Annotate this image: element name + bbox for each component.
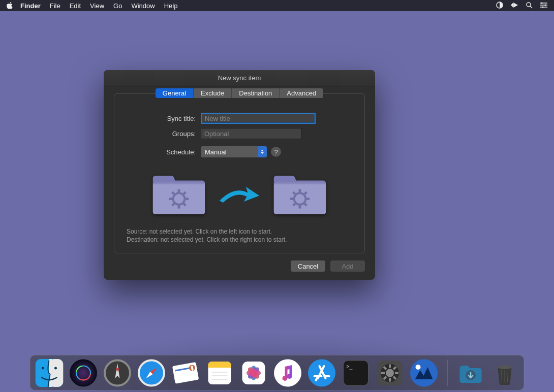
dock-terminal-icon[interactable]: >_	[342, 359, 370, 387]
svg-line-29	[293, 204, 295, 206]
tab-exclude[interactable]: Exclude	[194, 88, 232, 98]
menu-go[interactable]: Go	[113, 2, 122, 10]
svg-rect-77	[381, 372, 385, 374]
tab-general[interactable]: General	[156, 88, 194, 98]
svg-rect-76	[389, 378, 391, 381]
sync-title-label: Sync title:	[127, 115, 201, 122]
svg-rect-45	[172, 362, 199, 384]
add-button[interactable]: Add	[330, 260, 365, 272]
dock-trash-icon[interactable]	[491, 359, 519, 387]
dock: >_	[30, 355, 525, 390]
svg-text:>_: >_	[347, 364, 353, 370]
svg-point-42	[116, 368, 119, 371]
svg-point-83	[410, 359, 438, 386]
dock-notes-icon[interactable]	[206, 359, 234, 387]
svg-point-74	[386, 369, 394, 377]
svg-rect-78	[395, 372, 398, 374]
tab-bar: General Exclude Destination Advanced	[114, 88, 364, 98]
svg-point-36	[70, 359, 97, 386]
destination-folder-button[interactable]	[271, 172, 329, 218]
svg-point-86	[498, 365, 512, 369]
svg-rect-20	[274, 182, 326, 214]
dock-settings-icon[interactable]	[376, 359, 404, 387]
sync-direction-arrow-icon	[217, 182, 262, 208]
dock-launchpad-icon[interactable]	[104, 359, 132, 387]
status-icon-1[interactable]	[496, 2, 503, 10]
groups-input[interactable]	[201, 128, 301, 139]
svg-line-16	[172, 192, 174, 194]
chevron-updown-icon	[258, 146, 267, 157]
menubar: Finder File Edit View Go Window Help	[0, 0, 554, 11]
dock-safari-icon[interactable]	[138, 359, 166, 387]
dock-separator	[447, 360, 448, 386]
tab-advanced[interactable]: Advanced	[280, 88, 323, 98]
svg-rect-9	[153, 182, 205, 214]
svg-line-18	[172, 204, 174, 206]
status-icon-2[interactable]	[510, 2, 518, 10]
svg-point-34	[42, 367, 44, 369]
menu-help[interactable]: Help	[164, 2, 178, 10]
schedule-select[interactable]: Manual	[201, 146, 267, 157]
svg-line-30	[305, 192, 307, 194]
svg-point-8	[542, 6, 544, 8]
svg-line-69	[316, 378, 317, 380]
svg-line-17	[184, 204, 186, 206]
menu-window[interactable]: Window	[131, 2, 155, 10]
groups-label: Groups:	[127, 130, 201, 138]
source-folder-button[interactable]	[150, 172, 208, 218]
svg-rect-21	[274, 182, 326, 184]
schedule-label: Schedule:	[127, 148, 201, 156]
schedule-value: Manual	[205, 148, 227, 156]
dock-music-icon[interactable]	[274, 359, 302, 387]
dialog-title: New sync item	[104, 70, 375, 86]
dock-finder-icon[interactable]	[36, 359, 64, 387]
dock-mail-icon[interactable]	[172, 359, 200, 387]
svg-point-6	[541, 2, 543, 4]
menu-edit[interactable]: Edit	[70, 2, 81, 10]
dock-app-icon[interactable]	[410, 359, 438, 387]
hint-destination: Destination: not selected yet. Click on …	[127, 236, 352, 244]
svg-point-1	[527, 3, 531, 7]
svg-line-19	[184, 192, 186, 194]
schedule-help-button[interactable]: ?	[271, 147, 281, 157]
control-center-icon[interactable]	[540, 2, 548, 10]
svg-rect-75	[389, 364, 391, 368]
svg-point-63	[274, 359, 301, 386]
svg-line-2	[530, 6, 532, 8]
menubar-app[interactable]: Finder	[20, 2, 41, 10]
dock-downloads-icon[interactable]	[457, 359, 485, 387]
hint-source: Source: not selected yet. Click on the l…	[127, 227, 352, 236]
cancel-button[interactable]: Cancel	[291, 260, 325, 272]
svg-rect-50	[208, 366, 231, 368]
svg-point-64	[308, 359, 335, 386]
svg-rect-33	[49, 359, 52, 387]
dock-siri-icon[interactable]	[70, 359, 98, 387]
sync-title-input[interactable]	[201, 113, 316, 124]
svg-point-84	[416, 365, 421, 370]
dock-appstore-icon[interactable]	[308, 359, 336, 387]
tab-destination[interactable]: Destination	[232, 88, 280, 98]
spotlight-icon[interactable]	[526, 2, 533, 10]
dialog-panel: General Exclude Destination Advanced Syn…	[114, 93, 365, 253]
svg-line-27	[293, 192, 295, 194]
menu-file[interactable]: File	[50, 2, 60, 10]
apple-menu-icon[interactable]	[6, 2, 13, 9]
svg-line-28	[305, 204, 307, 206]
svg-rect-10	[153, 182, 205, 184]
dock-photos-icon[interactable]	[240, 359, 268, 387]
svg-point-7	[545, 4, 546, 6]
new-sync-item-dialog: New sync item General Exclude Destinatio…	[104, 70, 375, 280]
menu-view[interactable]: View	[90, 2, 104, 10]
svg-point-35	[54, 367, 57, 369]
